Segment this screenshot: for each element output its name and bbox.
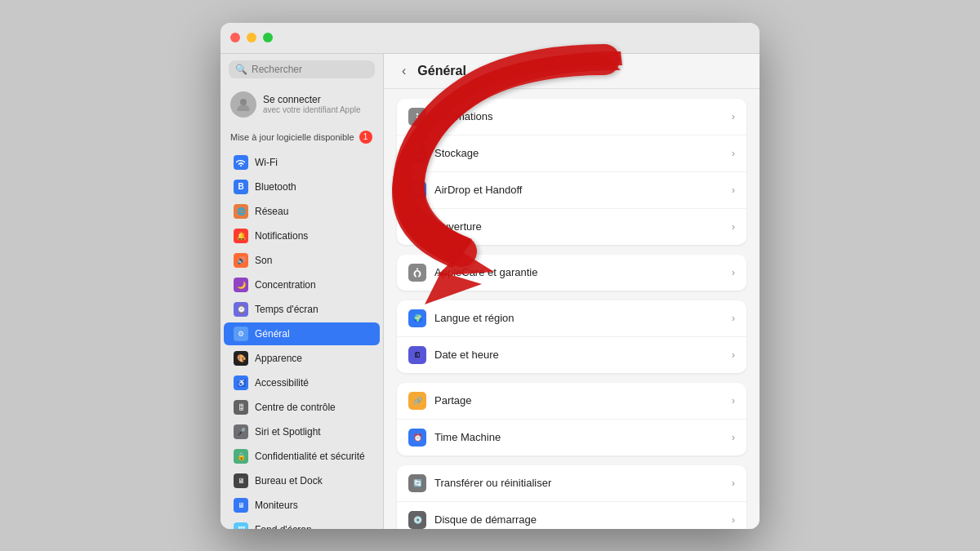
focus-icon: 🌙	[234, 278, 248, 292]
sidebar-item-label: Moniteurs	[255, 500, 298, 511]
screentime-icon: ⌚	[234, 302, 248, 317]
settings-row-airdrop[interactable]: AirDrop et Handoff ›	[397, 172, 746, 209]
row-label-login: Ouverture	[434, 220, 732, 233]
sidebar-item-network[interactable]: 🌐 Réseau	[224, 200, 380, 223]
sidebar: 🔍 Se connecter avec votre identifiant Ap…	[220, 54, 384, 529]
settings-row-info[interactable]: Informations ›	[397, 99, 746, 136]
row-label-language: Langue et région	[434, 312, 732, 324]
chevron-icon: ›	[732, 431, 735, 443]
settings-row-sharing[interactable]: 🔗 Partage ›	[397, 383, 746, 420]
wallpaper-icon: 🖼	[234, 522, 248, 529]
transfer-icon: 🔄	[408, 474, 426, 492]
sidebar-item-focus[interactable]: 🌙 Concentration	[224, 273, 380, 296]
update-badge: 1	[359, 131, 372, 144]
avatar	[230, 91, 256, 118]
sidebar-item-screentime[interactable]: ⌚ Temps d'écran	[224, 298, 380, 321]
row-label-sharing: Partage	[434, 394, 732, 407]
settings-row-datetime[interactable]: 🗓 Date et heure ›	[397, 337, 746, 373]
sidebar-item-label: Notifications	[255, 230, 308, 242]
sidebar-item-label: Bureau et Dock	[255, 475, 323, 487]
row-label-datetime: Date et heure	[434, 349, 732, 361]
sidebar-item-label: Bluetooth	[255, 181, 296, 193]
settings-row-timemachine[interactable]: ⏰ Time Machine ›	[397, 420, 746, 455]
row-label-timemachine: Time Machine	[434, 431, 732, 443]
profile-text: Se connecter avec votre identifiant Appl…	[263, 94, 361, 114]
settings-group-5: 🔄 Transférer ou réinitialiser › 💿 Disque…	[397, 465, 746, 529]
sidebar-item-siri[interactable]: 🎤 Siri et Spotlight	[224, 420, 380, 443]
row-label-info: Informations	[434, 110, 732, 122]
profile-name: Se connecter	[263, 94, 361, 105]
sidebar-item-sound[interactable]: 🔊 Son	[224, 249, 380, 272]
sidebar-item-privacy[interactable]: 🔒 Confidentialité et sécurité	[224, 445, 380, 468]
row-label-applecare: AppleCare et garantie	[434, 266, 732, 278]
sidebar-item-wifi[interactable]: Wi-Fi	[224, 151, 380, 174]
svg-rect-5	[412, 223, 422, 231]
storage-icon	[408, 144, 426, 162]
svg-rect-6	[412, 224, 422, 226]
sidebar-item-monitors[interactable]: 🖥 Moniteurs	[224, 494, 380, 517]
back-button[interactable]: ‹	[397, 62, 411, 80]
language-icon: 🌍	[408, 309, 426, 327]
row-label-storage: Stockage	[434, 147, 732, 159]
sidebar-item-label: Accessibilité	[255, 377, 309, 389]
settings-row-applecare[interactable]: AppleCare et garantie ›	[397, 255, 746, 291]
chevron-icon: ›	[732, 220, 735, 233]
sidebar-item-label: Général	[255, 328, 290, 340]
sidebar-item-label: Concentration	[255, 279, 316, 291]
search-icon: 🔍	[235, 64, 247, 75]
main-header: ‹ Général	[384, 54, 760, 89]
sidebar-item-appearance[interactable]: 🎨 Apparence	[224, 347, 380, 370]
search-box[interactable]: 🔍	[229, 60, 375, 78]
chevron-icon: ›	[732, 477, 735, 489]
settings-row-transfer[interactable]: 🔄 Transférer ou réinitialiser ›	[397, 465, 746, 502]
svg-point-0	[240, 99, 247, 105]
network-icon: 🌐	[234, 204, 248, 219]
sidebar-item-label: Centre de contrôle	[255, 402, 336, 413]
sharing-icon: 🔗	[408, 392, 426, 410]
sidebar-item-label: Wi-Fi	[255, 157, 278, 168]
sidebar-item-wallpaper[interactable]: 🖼 Fond d'écran	[224, 518, 380, 529]
sidebar-item-desktop[interactable]: 🖥 Bureau et Dock	[224, 469, 380, 492]
close-button[interactable]	[230, 33, 240, 42]
chevron-icon: ›	[732, 184, 735, 196]
chevron-icon: ›	[732, 312, 735, 324]
sidebar-item-label: Son	[255, 255, 272, 266]
svg-rect-2	[416, 116, 418, 120]
settings-row-language[interactable]: 🌍 Langue et région ›	[397, 300, 746, 337]
minimize-button[interactable]	[247, 33, 256, 42]
profile-section[interactable]: Se connecter avec votre identifiant Appl…	[220, 85, 383, 124]
settings-row-login[interactable]: Ouverture ›	[397, 209, 746, 245]
titlebar	[220, 23, 760, 54]
settings-row-storage[interactable]: Stockage ›	[397, 136, 746, 172]
row-label-startup: Disque de démarrage	[434, 513, 732, 526]
main-content: ‹ Général Informations ›	[384, 54, 760, 529]
wifi-icon	[234, 155, 248, 170]
settings-group-3: 🌍 Langue et région › 🗓 Date et heure ›	[397, 300, 746, 373]
siri-icon: 🎤	[234, 424, 248, 439]
startup-icon: 💿	[408, 511, 426, 529]
timemachine-icon: ⏰	[408, 429, 426, 447]
settings-group-2: AppleCare et garantie ›	[397, 255, 746, 291]
chevron-icon: ›	[732, 110, 735, 122]
notifications-icon: 🔔	[234, 229, 248, 243]
sound-icon: 🔊	[234, 253, 248, 268]
update-text: Mise à jour logicielle disponible	[230, 132, 354, 142]
profile-subtitle: avec votre identifiant Apple	[263, 105, 361, 114]
airdrop-icon	[408, 181, 426, 199]
sidebar-item-general[interactable]: ⚙ Général	[224, 322, 380, 345]
appearance-icon: 🎨	[234, 351, 248, 366]
sidebar-item-notifications[interactable]: 🔔 Notifications	[224, 224, 380, 247]
sidebar-item-control[interactable]: 🎛 Centre de contrôle	[224, 396, 380, 419]
settings-row-startup[interactable]: 💿 Disque de démarrage ›	[397, 502, 746, 529]
accessibility-icon: ♿	[234, 375, 248, 390]
content-area: 🔍 Se connecter avec votre identifiant Ap…	[220, 54, 760, 529]
sidebar-item-accessibility[interactable]: ♿ Accessibilité	[224, 371, 380, 394]
maximize-button[interactable]	[263, 33, 273, 42]
update-banner[interactable]: Mise à jour logicielle disponible 1	[227, 127, 376, 147]
chevron-icon: ›	[732, 349, 735, 361]
sidebar-item-bluetooth[interactable]: B Bluetooth	[224, 176, 380, 198]
search-input[interactable]	[252, 64, 368, 75]
monitors-icon: 🖥	[234, 498, 248, 513]
control-icon: 🎛	[234, 400, 248, 415]
sidebar-item-label: Confidentialité et sécurité	[255, 451, 365, 462]
